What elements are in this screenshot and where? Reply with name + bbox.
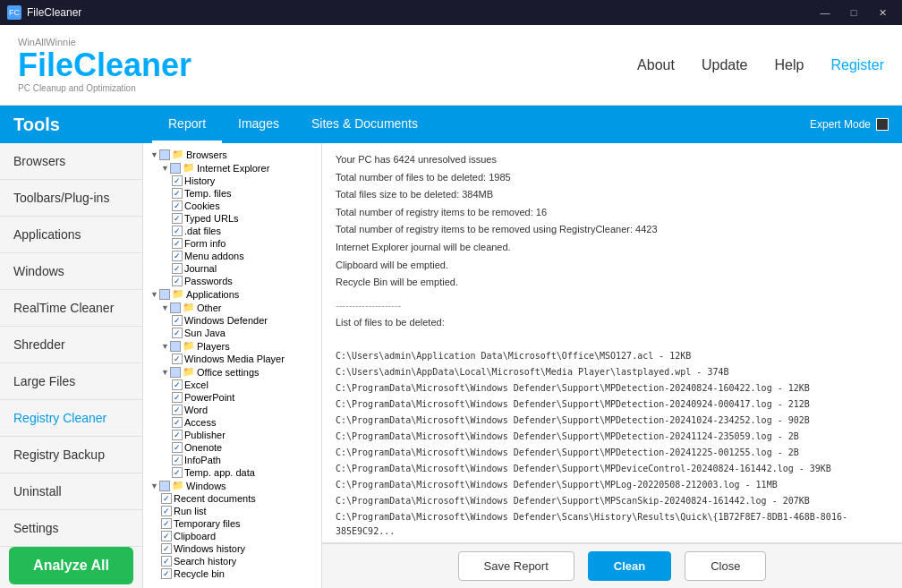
- sidebar-item-registry-cleaner[interactable]: Registry Cleaner: [0, 400, 142, 437]
- tree-item-excel[interactable]: Excel: [143, 379, 321, 391]
- checkbox-menu-addons[interactable]: [172, 251, 183, 261]
- tree-item-ie[interactable]: ▼ 📁 Internet Explorer: [143, 161, 321, 175]
- checkbox-windows-history[interactable]: [161, 543, 172, 554]
- label-typed-urls: Typed URLs: [184, 213, 239, 224]
- checkbox-sun-java[interactable]: [172, 328, 183, 338]
- tree-item-journal[interactable]: Journal: [143, 262, 321, 275]
- tree-item-office[interactable]: ▼ 📁 Office settings: [143, 365, 321, 379]
- sidebar-item-large-files[interactable]: Large Files: [0, 363, 142, 400]
- tree-item-applications[interactable]: ▼ 📁 Applications: [143, 287, 321, 301]
- tree-item-windows-history[interactable]: Windows history: [143, 542, 321, 555]
- tree-item-other[interactable]: ▼ 📁 Other: [143, 301, 321, 314]
- checkbox-temp-app-data[interactable]: [172, 467, 183, 478]
- checkbox-powerpoint[interactable]: [172, 392, 183, 403]
- tree-item-windows-defender[interactable]: Windows Defender: [143, 314, 321, 327]
- tree-item-recycle-bin[interactable]: Recycle bin: [143, 567, 321, 580]
- checkbox-typed-urls[interactable]: [172, 213, 183, 224]
- tree-item-clipboard[interactable]: Clipboard: [143, 530, 321, 542]
- nav-about[interactable]: About: [637, 57, 675, 73]
- sidebar-item-realtime[interactable]: RealTime Cleaner: [0, 290, 142, 327]
- checkbox-journal[interactable]: [172, 263, 183, 274]
- tree-item-history[interactable]: History: [143, 175, 321, 187]
- sidebar-item-shredder[interactable]: Shredder: [0, 327, 142, 363]
- checkbox-infopath[interactable]: [172, 455, 183, 465]
- tab-images[interactable]: Images: [222, 106, 295, 143]
- checkbox-players[interactable]: [170, 341, 181, 352]
- minimize-button[interactable]: —: [813, 3, 838, 22]
- sidebar-item-windows[interactable]: Windows: [0, 253, 142, 290]
- maximize-button[interactable]: □: [841, 3, 866, 22]
- checkbox-publisher[interactable]: [172, 430, 183, 440]
- tree-item-recent-docs[interactable]: Recent documents: [143, 492, 321, 505]
- tree-item-dat-files[interactable]: .dat files: [143, 225, 321, 237]
- logo-plain: File: [18, 47, 73, 83]
- tree-item-menu-addons[interactable]: Menu addons: [143, 250, 321, 262]
- checkbox-run-list[interactable]: [161, 506, 172, 516]
- checkbox-office[interactable]: [170, 367, 181, 378]
- checkbox-word[interactable]: [172, 405, 183, 415]
- checkbox-wmp[interactable]: [172, 354, 183, 364]
- checkbox-other[interactable]: [170, 303, 181, 313]
- checkbox-temp-files[interactable]: [172, 188, 183, 199]
- tree-item-access[interactable]: Access: [143, 416, 321, 429]
- tree-item-passwords[interactable]: Passwords: [143, 275, 321, 287]
- tree-item-browsers[interactable]: ▼ 📁 Browsers: [143, 148, 321, 161]
- tree-item-windows[interactable]: ▼ 📁 Windows: [143, 479, 321, 492]
- tree-item-form-info[interactable]: Form info: [143, 237, 321, 250]
- checkbox-search-history[interactable]: [161, 556, 172, 567]
- checkbox-clipboard[interactable]: [161, 531, 172, 541]
- checkbox-recent-docs[interactable]: [161, 493, 172, 504]
- folder-icon-other: 📁: [183, 302, 195, 313]
- sidebar-item-uninstall[interactable]: Uninstall: [0, 473, 142, 510]
- checkbox-ie[interactable]: [170, 163, 181, 174]
- label-journal: Journal: [184, 263, 217, 274]
- analyze-all-button[interactable]: Analyze All: [9, 547, 133, 584]
- tab-sites-documents[interactable]: Sites & Documents: [295, 106, 434, 143]
- sidebar-item-applications[interactable]: Applications: [0, 217, 142, 253]
- tree-item-infopath[interactable]: InfoPath: [143, 454, 321, 466]
- tree-item-temp-files-win[interactable]: Temporary files: [143, 517, 321, 530]
- checkbox-windows-defender[interactable]: [172, 315, 183, 326]
- tree-item-run-list[interactable]: Run list: [143, 505, 321, 517]
- checkbox-windows[interactable]: [159, 481, 170, 491]
- checkbox-form-info[interactable]: [172, 238, 183, 249]
- checkbox-access[interactable]: [172, 417, 183, 428]
- sidebar-item-settings[interactable]: Settings: [0, 510, 142, 547]
- tree-item-publisher[interactable]: Publisher: [143, 429, 321, 441]
- tree-item-onenote[interactable]: Onenote: [143, 441, 321, 454]
- checkbox-onenote[interactable]: [172, 442, 183, 453]
- expert-mode-checkbox[interactable]: [876, 118, 889, 131]
- nav-update[interactable]: Update: [702, 57, 748, 73]
- sidebar-item-registry-backup[interactable]: Registry Backup: [0, 437, 142, 473]
- tree-item-typed-urls[interactable]: Typed URLs: [143, 212, 321, 225]
- checkbox-dat-files[interactable]: [172, 226, 183, 236]
- tree-item-temp-app-data[interactable]: Temp. app. data: [143, 466, 321, 479]
- save-report-button[interactable]: Save Report: [458, 551, 574, 581]
- sidebar-item-browsers[interactable]: Browsers: [0, 143, 142, 180]
- checkbox-recycle-bin[interactable]: [161, 568, 172, 579]
- tree-item-word[interactable]: Word: [143, 404, 321, 416]
- close-button[interactable]: ✕: [870, 3, 895, 22]
- tree-item-temp-files[interactable]: Temp. files: [143, 187, 321, 200]
- checkbox-cookies[interactable]: [172, 200, 183, 211]
- tree-item-players[interactable]: ▼ 📁 Players: [143, 339, 321, 353]
- tree-item-powerpoint[interactable]: PowerPoint: [143, 391, 321, 404]
- sidebar-item-toolbars[interactable]: Toolbars/Plug-ins: [0, 180, 142, 217]
- tree-item-search-history[interactable]: Search history: [143, 555, 321, 567]
- clean-button[interactable]: Clean: [588, 551, 671, 581]
- close-button[interactable]: Close: [685, 551, 766, 581]
- tab-report[interactable]: Report: [152, 106, 222, 143]
- nav-help[interactable]: Help: [775, 57, 804, 73]
- checkbox-browsers[interactable]: [159, 149, 170, 160]
- nav-register[interactable]: Register: [830, 57, 884, 73]
- file-path-3: C:\ProgramData\Microsoft\Windows Defende…: [336, 397, 889, 412]
- tree-item-sun-java[interactable]: Sun Java: [143, 327, 321, 339]
- checkbox-temp-files-win[interactable]: [161, 518, 172, 529]
- checkbox-history[interactable]: [172, 175, 183, 186]
- checkbox-excel[interactable]: [172, 379, 183, 390]
- checkbox-passwords[interactable]: [172, 276, 183, 286]
- summary-line-7: Recycle Bin will be emptied.: [336, 275, 889, 291]
- tree-item-cookies[interactable]: Cookies: [143, 200, 321, 212]
- tree-item-wmp[interactable]: Windows Media Player: [143, 353, 321, 365]
- checkbox-applications[interactable]: [159, 289, 170, 300]
